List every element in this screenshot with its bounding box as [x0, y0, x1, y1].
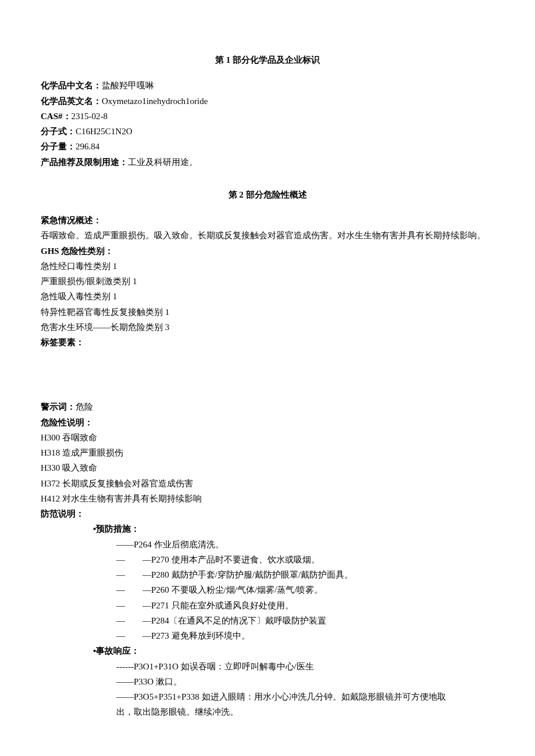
- prevention-item: — —P284〔在通风不足的情况下〕戴呼吸防护装置: [41, 613, 494, 628]
- signal-word-line: 警示词：危险: [41, 399, 494, 414]
- prevention-item: — —P280 戴防护手套/穿防护服/戴防护眼罩/戴防护面具。: [41, 567, 494, 582]
- response-item: ------P3O1+P31O 如误吞咽：立即呼叫解毒中心/医生: [41, 659, 494, 674]
- precaution-label: 防范说明：: [41, 506, 494, 521]
- ghs-label: GHS 危险性类别：: [41, 243, 494, 259]
- en-name-label: 化学品英文名：: [41, 96, 102, 106]
- mw-value: 296.84: [76, 142, 99, 151]
- response-item: ——P33O 漱口。: [41, 674, 494, 689]
- section-2-title: 第 2 部分危险性概述: [41, 187, 494, 202]
- prevention-item: — —P271 只能在室外或通风良好处使用。: [41, 598, 494, 613]
- en-name-value: Oxymetazo1inehydroch1oride: [102, 96, 208, 106]
- signal-label: 警示词：: [41, 402, 76, 411]
- field-mw: 分子量：296.84: [41, 139, 494, 154]
- ghs-item: 特异性靶器官毒性反复接触类别 1: [41, 304, 494, 320]
- hazard-item: H412 对水生生物有害并具有长期持续影响: [41, 491, 494, 506]
- field-en-name: 化学品英文名：Oxymetazo1inehydroch1oride: [41, 94, 494, 109]
- ghs-item: 急性吸入毒性类别 1: [41, 289, 494, 304]
- pictogram-spacer: [41, 350, 494, 399]
- prevention-label: •预防措施：: [41, 521, 494, 536]
- hazard-item: H300 吞咽致命: [41, 430, 494, 445]
- usage-value: 工业及科研用途。: [128, 157, 198, 167]
- field-cas: CAS#：2315-02-8: [41, 109, 494, 124]
- hazard-item: H372 长期或反复接触会对器官造成伤害: [41, 476, 494, 491]
- cas-label: CAS#：: [41, 112, 72, 121]
- response-label: •事故响应：: [41, 643, 494, 658]
- ghs-item: 急性经口毒性类别 1: [41, 259, 494, 274]
- cn-name-label: 化学品中文名：: [41, 81, 102, 90]
- prevention-item: — —P270 使用本产品时不要进食、饮水或吸烟。: [41, 552, 494, 567]
- cn-name-value: 盐酸羟甲嘎啉: [102, 81, 154, 90]
- signal-value: 危险: [76, 402, 93, 411]
- mw-label: 分子量：: [41, 142, 76, 151]
- ghs-item: 危害水生环境——长期危险类别 3: [41, 320, 494, 335]
- usage-label: 产品推荐及限制用途：: [41, 157, 128, 167]
- section-1-title: 第 1 部分化学品及企业标识: [41, 52, 494, 67]
- field-usage: 产品推荐及限制用途：工业及科研用途。: [41, 155, 494, 170]
- response-item: 出，取出隐形眼镜。继续冲洗。: [41, 704, 494, 719]
- emergency-label: 紧急情况概述：: [41, 213, 494, 228]
- field-cn-name: 化学品中文名：盐酸羟甲嘎啉: [41, 78, 494, 93]
- ghs-item: 严重眼损伤/眼刺激类别 1: [41, 274, 494, 289]
- field-formula: 分子式：C16H25C1N2O: [41, 124, 494, 139]
- hazard-item: H330 吸入致命: [41, 460, 494, 475]
- formula-label: 分子式：: [41, 127, 76, 136]
- formula-value: C16H25C1N2O: [76, 127, 133, 136]
- hazard-item: H318 造成严重眼损伤: [41, 445, 494, 460]
- response-item: ——P3O5+P351+P338 如进入眼睛：用水小心冲洗几分钟。如戴隐形眼镜并…: [41, 689, 494, 704]
- prevention-item: — —P273 避免释放到环境中。: [41, 628, 494, 643]
- hazard-label: 危险性说明：: [41, 415, 494, 430]
- prevention-item: — —P260 不要吸入粉尘/烟/气体/烟雾/蒸气/喷雾。: [41, 582, 494, 597]
- prevention-item: ——P264 作业后彻底清洗。: [41, 537, 494, 552]
- label-elements: 标签要素：: [41, 335, 494, 350]
- emergency-text: 吞咽致命。造成严重眼损伤。吸入致命。长期或反复接触会对器官造成伤害。对水生生物有…: [41, 228, 494, 243]
- cas-value: 2315-02-8: [72, 112, 108, 121]
